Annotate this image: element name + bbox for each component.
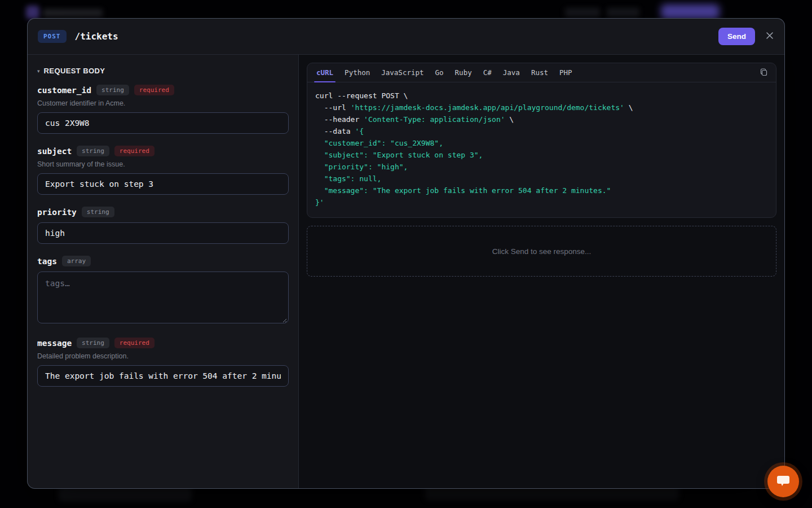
field-message: messagestringrequiredDetailed problem de…	[37, 338, 289, 387]
chevron-down-icon: ▾	[37, 68, 40, 74]
type-badge: string	[77, 338, 109, 348]
field-description: Customer identifier in Acme.	[37, 99, 289, 107]
code-line: }'	[315, 196, 768, 208]
response-placeholder-box: Click Send to see response...	[307, 226, 776, 277]
code-line: "message": "The export job fails with er…	[315, 185, 768, 196]
close-button[interactable]	[765, 31, 774, 42]
modal-header: POST /tickets Send	[28, 19, 784, 55]
code-line: "priority": "high",	[315, 161, 768, 173]
copy-code-button[interactable]	[755, 63, 773, 82]
chat-bubble-icon	[776, 474, 791, 489]
tab-php[interactable]: PHP	[554, 63, 578, 82]
field-customer_id: customer_idstringrequiredCustomer identi…	[37, 85, 289, 134]
tab-javascript[interactable]: JavaScript	[376, 63, 429, 82]
code-line: --header 'Content-Type: application/json…	[315, 113, 768, 125]
backdrop-cta-button	[661, 5, 720, 19]
copy-icon	[760, 68, 768, 78]
close-icon	[765, 31, 774, 42]
field-description: Detailed problem description.	[37, 352, 289, 360]
chat-widget-button[interactable]	[767, 466, 799, 497]
backdrop-nav-item	[607, 8, 639, 17]
code-line: "customer_id": "cus_2X9W8",	[315, 137, 768, 149]
code-block: curl --request POST \ --url 'https://jam…	[307, 82, 776, 217]
field-name-label: message	[37, 339, 72, 348]
type-badge: string	[77, 146, 109, 156]
required-badge: required	[114, 338, 155, 348]
modal-body: ▾ REQUEST BODY customer_idstringrequired…	[28, 55, 784, 488]
section-title: REQUEST BODY	[44, 67, 105, 75]
code-panel: cURLPythonJavaScriptGoRubyC#JavaRustPHP …	[299, 55, 784, 488]
code-line: curl --request POST \	[315, 90, 768, 102]
field-control	[37, 112, 289, 134]
tab-java[interactable]: Java	[497, 63, 526, 82]
customer_id-field[interactable]	[37, 112, 289, 134]
field-name-label: priority	[37, 208, 77, 217]
http-method-badge: POST	[38, 30, 67, 43]
message-field[interactable]	[37, 365, 289, 387]
code-line: --url 'https://jamdesk-docs.jamdesk.app/…	[315, 102, 768, 113]
field-label-row: subjectstringrequired	[37, 146, 289, 156]
required-badge: required	[114, 146, 155, 156]
priority-field[interactable]	[37, 222, 289, 244]
tags-field[interactable]	[37, 271, 289, 323]
field-control	[37, 365, 289, 387]
backdrop-logo	[26, 6, 39, 19]
language-tabs: cURLPythonJavaScriptGoRubyC#JavaRustPHP	[311, 63, 578, 82]
backdrop-nav-item	[565, 8, 600, 17]
field-control	[37, 173, 289, 195]
type-badge: array	[62, 256, 91, 266]
field-control	[37, 271, 289, 326]
request-body-panel: ▾ REQUEST BODY customer_idstringrequired…	[28, 55, 299, 488]
field-tags: tagsarray	[37, 256, 289, 326]
field-description: Short summary of the issue.	[37, 160, 289, 168]
type-badge: string	[96, 85, 129, 95]
tab-curl[interactable]: cURL	[311, 63, 339, 82]
field-name-label: customer_id	[37, 86, 91, 95]
send-button[interactable]: Send	[718, 28, 755, 45]
code-line: --data '{	[315, 125, 768, 137]
field-label-row: prioritystring	[37, 207, 289, 217]
tab-go[interactable]: Go	[430, 63, 449, 82]
code-line: "tags": null,	[315, 173, 768, 185]
code-line: "subject": "Export stuck on step 3",	[315, 149, 768, 161]
endpoint-path: /tickets	[75, 31, 118, 42]
field-label-row: tagsarray	[37, 256, 289, 266]
tab-bar-spacer	[578, 63, 755, 82]
backdrop-logo-text	[43, 9, 103, 17]
language-tab-bar: cURLPythonJavaScriptGoRubyC#JavaRustPHP	[307, 63, 776, 82]
tab-c[interactable]: C#	[478, 63, 497, 82]
type-badge: string	[82, 207, 114, 217]
tab-ruby[interactable]: Ruby	[449, 63, 478, 82]
subject-field[interactable]	[37, 173, 289, 195]
api-playground-modal: POST /tickets Send ▾ REQUEST BODY custom…	[27, 18, 785, 489]
code-card: cURLPythonJavaScriptGoRubyC#JavaRustPHP …	[307, 63, 776, 218]
required-badge: required	[134, 85, 174, 95]
response-placeholder-text: Click Send to see response...	[492, 247, 592, 256]
tab-rust[interactable]: Rust	[526, 63, 554, 82]
field-control	[37, 222, 289, 244]
field-label-row: customer_idstringrequired	[37, 85, 289, 95]
request-body-section-header[interactable]: ▾ REQUEST BODY	[37, 67, 289, 75]
field-subject: subjectstringrequiredShort summary of th…	[37, 146, 289, 195]
request-body-fields: customer_idstringrequiredCustomer identi…	[37, 85, 289, 387]
field-name-label: subject	[37, 147, 72, 156]
tab-python[interactable]: Python	[339, 63, 376, 82]
field-label-row: messagestringrequired	[37, 338, 289, 348]
field-name-label: tags	[37, 257, 57, 266]
field-priority: prioritystring	[37, 207, 289, 244]
